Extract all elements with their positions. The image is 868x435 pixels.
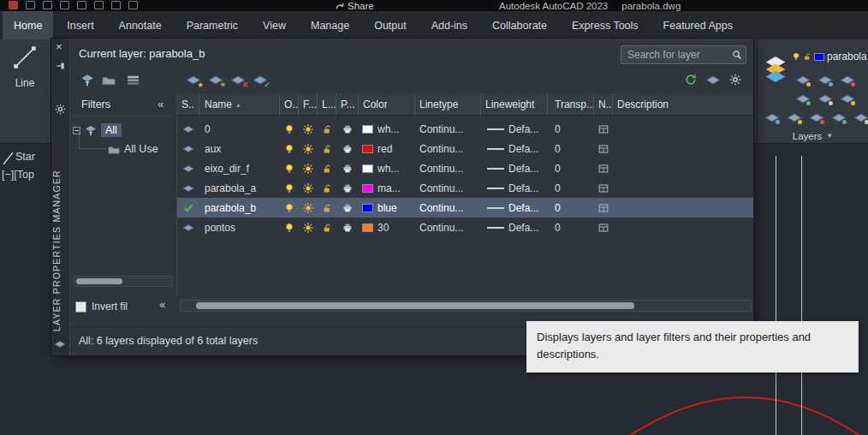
layer-row[interactable]: eixo_dir_f wh... Continu... Defa... 0: [177, 158, 753, 178]
layer-fade-icon[interactable]: [704, 71, 722, 88]
layer-lineweight[interactable]: Defa...: [481, 178, 548, 198]
column-header-transparency[interactable]: Transp...: [548, 93, 594, 116]
vp-freeze-icon[interactable]: [594, 119, 613, 139]
layer-lock-icon[interactable]: [318, 218, 336, 237]
layer-transparency[interactable]: 0: [548, 178, 594, 198]
layer-on-icon[interactable]: [280, 139, 299, 158]
layer-color-cell[interactable]: red: [359, 139, 415, 158]
layer-tool-icon[interactable]: [794, 91, 812, 106]
tab-featured-apps[interactable]: Featured Apps: [652, 11, 744, 39]
column-header-lineweight[interactable]: Lineweight: [481, 93, 548, 116]
layer-linetype[interactable]: Continu...: [415, 158, 481, 178]
layer-tool-icon[interactable]: [807, 110, 826, 125]
new-group-filter-icon[interactable]: [99, 71, 118, 88]
layer-transparency[interactable]: 0: [548, 198, 594, 218]
vp-freeze-icon[interactable]: [594, 139, 613, 158]
layer-plot-icon[interactable]: [336, 198, 359, 218]
layer-plot-icon[interactable]: [336, 139, 359, 158]
layer-tool-icon[interactable]: [852, 110, 868, 125]
layer-lock-icon[interactable]: [318, 119, 336, 139]
layer-description[interactable]: [613, 119, 753, 139]
layer-transparency[interactable]: 0: [548, 119, 594, 139]
layer-states-manager-icon[interactable]: [123, 71, 142, 88]
layer-color-cell[interactable]: ma...: [359, 178, 415, 198]
tab-add-ins[interactable]: Add-ins: [420, 11, 479, 39]
layer-description[interactable]: [613, 178, 753, 198]
column-header-freeze[interactable]: F...: [299, 93, 318, 116]
auto-hide-pin-icon[interactable]: [56, 61, 66, 71]
layer-tool-icon[interactable]: [785, 110, 804, 125]
viewport-controls-label[interactable]: [−][Top: [2, 169, 34, 181]
column-header-vp-freeze[interactable]: N...: [594, 93, 613, 116]
layer-color-cell[interactable]: wh...: [359, 158, 415, 178]
tab-manage[interactable]: Manage: [300, 11, 360, 39]
layer-description[interactable]: [613, 198, 753, 218]
close-icon[interactable]: ×: [56, 40, 62, 53]
layer-description[interactable]: [613, 158, 753, 178]
palette-properties-gear-icon[interactable]: [55, 104, 66, 115]
layer-freeze-icon[interactable]: [299, 119, 318, 139]
new-file-icon[interactable]: [26, 1, 35, 9]
layer-lineweight[interactable]: Defa...: [481, 158, 548, 178]
layer-transparency[interactable]: 0: [548, 158, 594, 178]
layer-freeze-icon[interactable]: [299, 158, 318, 178]
filter-item-all-used[interactable]: All Use: [108, 140, 158, 158]
layer-freeze-icon[interactable]: [299, 218, 318, 237]
invert-filter-checkbox[interactable]: [75, 301, 86, 313]
column-header-plot[interactable]: P...: [336, 93, 359, 116]
delete-layer-icon[interactable]: [229, 71, 247, 88]
tab-collaborate[interactable]: Collaborate: [481, 11, 558, 39]
set-current-layer-icon[interactable]: [251, 71, 270, 88]
layer-dropdown[interactable]: parabola: [792, 48, 867, 65]
layer-lock-icon[interactable]: [318, 139, 336, 158]
vp-freeze-icon[interactable]: [594, 198, 613, 218]
layer-tool-icon[interactable]: [829, 110, 848, 125]
scrollbar-thumb[interactable]: [76, 278, 122, 284]
refresh-icon[interactable]: [681, 71, 700, 88]
column-header-on[interactable]: O..: [280, 93, 299, 116]
layer-linetype[interactable]: Continu...: [415, 178, 481, 198]
layer-lock-icon[interactable]: [318, 178, 336, 198]
open-file-icon[interactable]: [43, 1, 52, 9]
table-scrollbar[interactable]: [180, 300, 752, 312]
tab-annotate[interactable]: Annotate: [108, 11, 173, 39]
layers-panel-title[interactable]: Layers ▼: [758, 128, 868, 143]
layer-linetype[interactable]: Continu...: [415, 139, 481, 158]
tab-output[interactable]: Output: [363, 11, 418, 39]
layer-lineweight[interactable]: Defa...: [481, 139, 548, 158]
layer-linetype[interactable]: Continu...: [415, 119, 481, 139]
layer-on-icon[interactable]: [280, 178, 299, 198]
layer-properties-button[interactable]: [762, 43, 789, 94]
layer-row[interactable]: 0 wh... Continu... Defa... 0: [177, 119, 753, 139]
layer-tool-icon[interactable]: [816, 91, 835, 106]
tab-insert[interactable]: Insert: [56, 11, 104, 39]
layer-description[interactable]: [613, 218, 753, 237]
layer-tool-icon[interactable]: [838, 91, 857, 106]
layer-lock-icon[interactable]: [318, 158, 336, 178]
save-as-icon[interactable]: [77, 1, 86, 9]
layer-tool-icon[interactable]: [794, 72, 812, 87]
layer-description[interactable]: [613, 139, 753, 158]
layer-tool-icon[interactable]: [816, 72, 835, 87]
layer-settings-icon[interactable]: [54, 340, 66, 349]
vp-freeze-icon[interactable]: [594, 178, 613, 198]
new-layer-vp-frozen-icon[interactable]: [206, 71, 225, 88]
vp-freeze-icon[interactable]: [594, 218, 613, 237]
new-layer-icon[interactable]: [184, 71, 203, 88]
column-header-color[interactable]: Color: [359, 93, 415, 116]
layer-plot-icon[interactable]: [336, 158, 359, 178]
layer-lineweight[interactable]: Defa...: [481, 218, 548, 237]
tab-parametric[interactable]: Parametric: [175, 11, 249, 39]
layer-transparency[interactable]: 0: [548, 218, 594, 237]
filters-scrollbar[interactable]: [74, 276, 173, 287]
plot-icon[interactable]: [94, 1, 104, 9]
undo-icon[interactable]: [111, 1, 121, 9]
column-header-status[interactable]: S..: [177, 93, 199, 116]
layer-row[interactable]: aux red Continu... Defa... 0: [177, 139, 753, 158]
layer-freeze-icon[interactable]: [299, 139, 318, 158]
layer-tool-icon[interactable]: [763, 110, 782, 125]
layer-freeze-icon[interactable]: [299, 198, 318, 218]
layer-lineweight[interactable]: Defa...: [481, 198, 548, 218]
scrollbar-thumb[interactable]: [196, 302, 634, 309]
new-property-filter-icon[interactable]: [78, 71, 97, 88]
